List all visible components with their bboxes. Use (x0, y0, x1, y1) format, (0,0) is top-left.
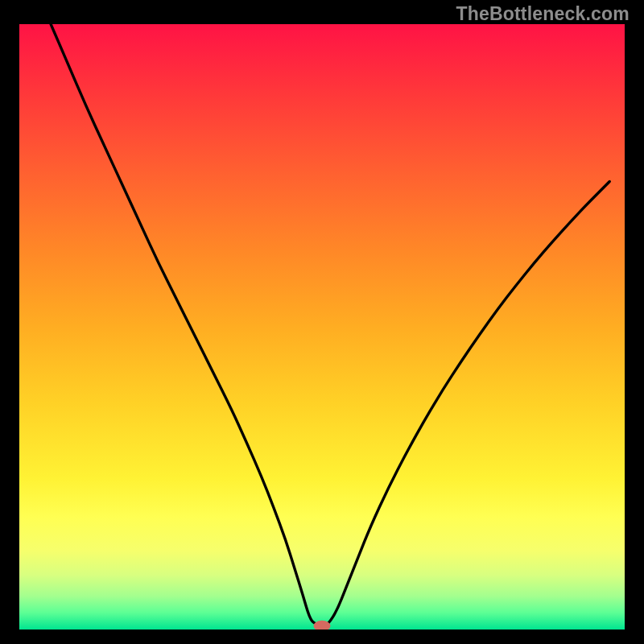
chart-container: TheBottleneck.com (0, 0, 644, 644)
chart-svg (19, 24, 625, 630)
gradient-background (19, 24, 625, 630)
watermark-text: TheBottleneck.com (456, 3, 630, 25)
plot-area (19, 24, 625, 630)
